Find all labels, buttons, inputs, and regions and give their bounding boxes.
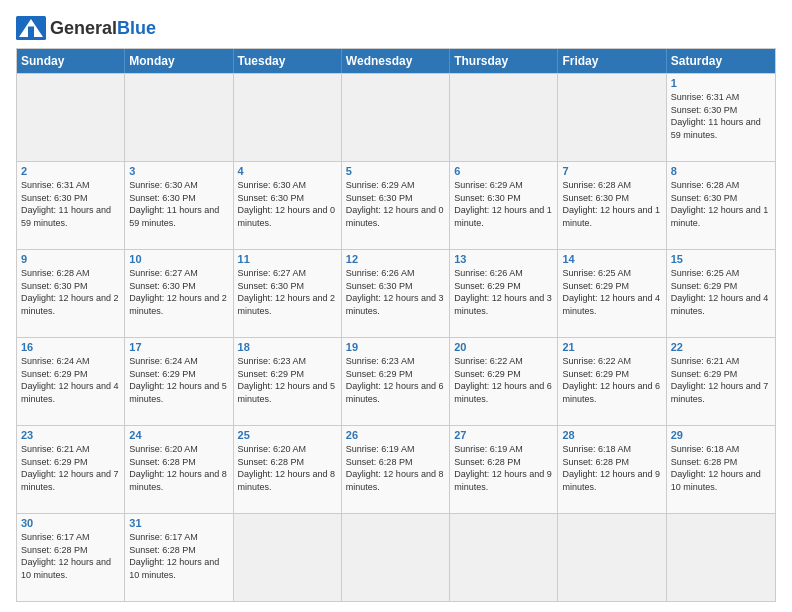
cell-info: Sunrise: 6:17 AM Sunset: 6:28 PM Dayligh… [129,531,228,581]
cal-cell: 22Sunrise: 6:21 AM Sunset: 6:29 PM Dayli… [667,338,775,425]
cal-row-0: 1Sunrise: 6:31 AM Sunset: 6:30 PM Daylig… [17,73,775,161]
cal-row-1: 2Sunrise: 6:31 AM Sunset: 6:30 PM Daylig… [17,161,775,249]
cell-info: Sunrise: 6:31 AM Sunset: 6:30 PM Dayligh… [671,91,771,141]
cell-info: Sunrise: 6:30 AM Sunset: 6:30 PM Dayligh… [129,179,228,229]
cal-cell [558,514,666,601]
day-number: 12 [346,253,445,265]
cal-cell: 15Sunrise: 6:25 AM Sunset: 6:29 PM Dayli… [667,250,775,337]
cal-cell [342,514,450,601]
cal-cell: 6Sunrise: 6:29 AM Sunset: 6:30 PM Daylig… [450,162,558,249]
day-number: 21 [562,341,661,353]
cal-cell: 13Sunrise: 6:26 AM Sunset: 6:29 PM Dayli… [450,250,558,337]
cal-cell: 29Sunrise: 6:18 AM Sunset: 6:28 PM Dayli… [667,426,775,513]
day-number: 18 [238,341,337,353]
day-number: 25 [238,429,337,441]
cal-cell: 1Sunrise: 6:31 AM Sunset: 6:30 PM Daylig… [667,74,775,161]
cal-cell: 16Sunrise: 6:24 AM Sunset: 6:29 PM Dayli… [17,338,125,425]
cal-cell [234,514,342,601]
cal-cell [234,74,342,161]
cell-info: Sunrise: 6:24 AM Sunset: 6:29 PM Dayligh… [21,355,120,405]
calendar-header-row: SundayMondayTuesdayWednesdayThursdayFrid… [17,49,775,73]
cal-cell: 23Sunrise: 6:21 AM Sunset: 6:29 PM Dayli… [17,426,125,513]
cal-cell: 5Sunrise: 6:29 AM Sunset: 6:30 PM Daylig… [342,162,450,249]
cal-cell: 8Sunrise: 6:28 AM Sunset: 6:30 PM Daylig… [667,162,775,249]
cal-cell: 30Sunrise: 6:17 AM Sunset: 6:28 PM Dayli… [17,514,125,601]
day-number: 26 [346,429,445,441]
day-number: 3 [129,165,228,177]
cell-info: Sunrise: 6:31 AM Sunset: 6:30 PM Dayligh… [21,179,120,229]
cell-info: Sunrise: 6:25 AM Sunset: 6:29 PM Dayligh… [671,267,771,317]
cal-cell: 7Sunrise: 6:28 AM Sunset: 6:30 PM Daylig… [558,162,666,249]
cal-cell: 24Sunrise: 6:20 AM Sunset: 6:28 PM Dayli… [125,426,233,513]
logo: GeneralBlue [16,16,156,40]
cell-info: Sunrise: 6:25 AM Sunset: 6:29 PM Dayligh… [562,267,661,317]
day-number: 2 [21,165,120,177]
cell-info: Sunrise: 6:22 AM Sunset: 6:29 PM Dayligh… [454,355,553,405]
cell-info: Sunrise: 6:21 AM Sunset: 6:29 PM Dayligh… [21,443,120,493]
cal-cell: 21Sunrise: 6:22 AM Sunset: 6:29 PM Dayli… [558,338,666,425]
cal-row-3: 16Sunrise: 6:24 AM Sunset: 6:29 PM Dayli… [17,337,775,425]
cal-cell [450,514,558,601]
cal-cell [17,74,125,161]
cell-info: Sunrise: 6:20 AM Sunset: 6:28 PM Dayligh… [238,443,337,493]
day-number: 19 [346,341,445,353]
cal-cell [342,74,450,161]
day-number: 10 [129,253,228,265]
day-number: 16 [21,341,120,353]
cal-cell: 27Sunrise: 6:19 AM Sunset: 6:28 PM Dayli… [450,426,558,513]
day-number: 13 [454,253,553,265]
day-number: 1 [671,77,771,89]
cell-info: Sunrise: 6:29 AM Sunset: 6:30 PM Dayligh… [454,179,553,229]
day-number: 30 [21,517,120,529]
cell-info: Sunrise: 6:23 AM Sunset: 6:29 PM Dayligh… [238,355,337,405]
cal-cell: 2Sunrise: 6:31 AM Sunset: 6:30 PM Daylig… [17,162,125,249]
cal-cell [667,514,775,601]
cell-info: Sunrise: 6:30 AM Sunset: 6:30 PM Dayligh… [238,179,337,229]
cal-cell: 17Sunrise: 6:24 AM Sunset: 6:29 PM Dayli… [125,338,233,425]
cal-cell: 18Sunrise: 6:23 AM Sunset: 6:29 PM Dayli… [234,338,342,425]
cell-info: Sunrise: 6:29 AM Sunset: 6:30 PM Dayligh… [346,179,445,229]
cal-cell: 28Sunrise: 6:18 AM Sunset: 6:28 PM Dayli… [558,426,666,513]
cell-info: Sunrise: 6:27 AM Sunset: 6:30 PM Dayligh… [129,267,228,317]
header: GeneralBlue [16,16,776,40]
day-number: 7 [562,165,661,177]
page: GeneralBlue SundayMondayTuesdayWednesday… [0,0,792,612]
calendar: SundayMondayTuesdayWednesdayThursdayFrid… [16,48,776,602]
cal-cell: 4Sunrise: 6:30 AM Sunset: 6:30 PM Daylig… [234,162,342,249]
cell-info: Sunrise: 6:19 AM Sunset: 6:28 PM Dayligh… [454,443,553,493]
day-number: 6 [454,165,553,177]
day-number: 17 [129,341,228,353]
cal-cell: 12Sunrise: 6:26 AM Sunset: 6:30 PM Dayli… [342,250,450,337]
cal-cell: 19Sunrise: 6:23 AM Sunset: 6:29 PM Dayli… [342,338,450,425]
day-number: 27 [454,429,553,441]
cal-cell: 26Sunrise: 6:19 AM Sunset: 6:28 PM Dayli… [342,426,450,513]
cal-row-2: 9Sunrise: 6:28 AM Sunset: 6:30 PM Daylig… [17,249,775,337]
cal-header-thursday: Thursday [450,49,558,73]
cal-cell [125,74,233,161]
day-number: 8 [671,165,771,177]
day-number: 22 [671,341,771,353]
cell-info: Sunrise: 6:28 AM Sunset: 6:30 PM Dayligh… [562,179,661,229]
day-number: 14 [562,253,661,265]
day-number: 24 [129,429,228,441]
logo-icon [16,16,46,40]
cell-info: Sunrise: 6:24 AM Sunset: 6:29 PM Dayligh… [129,355,228,405]
cal-cell: 14Sunrise: 6:25 AM Sunset: 6:29 PM Dayli… [558,250,666,337]
day-number: 23 [21,429,120,441]
cal-cell: 10Sunrise: 6:27 AM Sunset: 6:30 PM Dayli… [125,250,233,337]
cal-row-4: 23Sunrise: 6:21 AM Sunset: 6:29 PM Dayli… [17,425,775,513]
day-number: 4 [238,165,337,177]
cell-info: Sunrise: 6:22 AM Sunset: 6:29 PM Dayligh… [562,355,661,405]
cal-cell: 25Sunrise: 6:20 AM Sunset: 6:28 PM Dayli… [234,426,342,513]
day-number: 28 [562,429,661,441]
cell-info: Sunrise: 6:20 AM Sunset: 6:28 PM Dayligh… [129,443,228,493]
cal-cell: 3Sunrise: 6:30 AM Sunset: 6:30 PM Daylig… [125,162,233,249]
cell-info: Sunrise: 6:19 AM Sunset: 6:28 PM Dayligh… [346,443,445,493]
cal-row-5: 30Sunrise: 6:17 AM Sunset: 6:28 PM Dayli… [17,513,775,601]
cell-info: Sunrise: 6:26 AM Sunset: 6:29 PM Dayligh… [454,267,553,317]
calendar-body: 1Sunrise: 6:31 AM Sunset: 6:30 PM Daylig… [17,73,775,601]
cal-cell: 20Sunrise: 6:22 AM Sunset: 6:29 PM Dayli… [450,338,558,425]
day-number: 11 [238,253,337,265]
cell-info: Sunrise: 6:18 AM Sunset: 6:28 PM Dayligh… [671,443,771,493]
cell-info: Sunrise: 6:26 AM Sunset: 6:30 PM Dayligh… [346,267,445,317]
